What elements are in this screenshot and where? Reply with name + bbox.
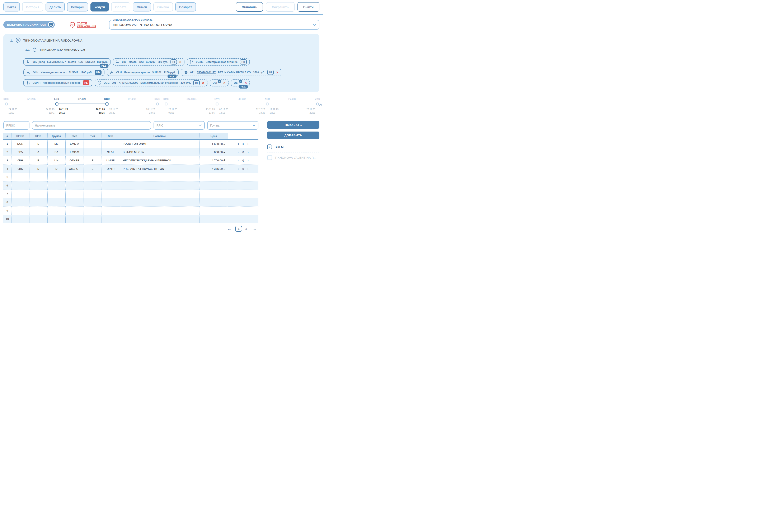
services-right-column: ПОКАЗАТЬ ДОБАВИТЬ ✓ВСЕМTIKHONOVA VALENTI… bbox=[267, 121, 319, 232]
cell-name bbox=[120, 206, 199, 215]
table-row: 30BHEUNOTHERFUMNRНЕСОПРОВОЖДАЕМЫЙ РЕБЕНО… bbox=[3, 156, 258, 165]
timeline-time: 12:00 bbox=[8, 111, 17, 115]
timeline-station-code: LED bbox=[54, 98, 59, 100]
table-row: 40BKDDЭМД-СТBDPTRPREPAID TKT ADVICE TKT … bbox=[3, 165, 258, 173]
page-numbers: 12 bbox=[235, 226, 249, 232]
decrement-icon[interactable]: ‹ bbox=[238, 167, 239, 171]
timeline-station-code: DME bbox=[163, 98, 169, 100]
tab-refund[interactable]: Возврат bbox=[175, 2, 196, 11]
insurance-services-link[interactable]: УСЛУГИ СТРАХОВАНИЯ bbox=[70, 22, 96, 28]
decrement-icon[interactable]: ‹ bbox=[238, 159, 239, 162]
service-chip[interactable]: 085Место12CSU1202800 руб.HI✕ bbox=[113, 58, 185, 65]
remove-service-icon[interactable]: ✕ bbox=[223, 81, 226, 85]
tab-order[interactable]: Заказ bbox=[3, 2, 20, 11]
cell-rfic bbox=[29, 173, 48, 181]
tab-services[interactable]: Услуги bbox=[90, 2, 109, 11]
status-badge-hi: HI bbox=[170, 59, 177, 64]
service-chip[interactable]: VGMLВегетарианское питаниеHK bbox=[187, 58, 250, 65]
edit-badge[interactable]: РЕД. bbox=[168, 75, 176, 78]
cell-type bbox=[84, 189, 102, 198]
cell-ssr: DPTR bbox=[102, 165, 120, 173]
service-chip[interactable]: OLHИнвалидное креслоSU56421200 руб.HD bbox=[23, 69, 105, 76]
service-chip-text: UMNR bbox=[33, 82, 40, 84]
increment-icon[interactable]: › bbox=[247, 150, 249, 154]
exit-button[interactable]: Выйти bbox=[298, 2, 319, 12]
checkbox-checked-icon[interactable]: ✓ bbox=[267, 145, 272, 149]
increment-icon[interactable]: › bbox=[247, 167, 249, 171]
apply-to-item[interactable]: ✓ВСЕМ bbox=[267, 145, 319, 149]
cell-name: PREPAID TKT ADVICE TKT ON bbox=[120, 165, 199, 173]
tab-remarks[interactable]: Ремарки bbox=[67, 2, 88, 11]
service-chip-text: OLH bbox=[33, 71, 38, 74]
edit-badge[interactable]: РЕД. bbox=[100, 64, 108, 68]
prev-page-arrow[interactable]: ← bbox=[227, 226, 232, 231]
tab-split[interactable]: Делить bbox=[46, 2, 65, 11]
increment-icon[interactable]: › bbox=[247, 142, 249, 146]
timeline-node[interactable] bbox=[156, 102, 159, 106]
timeline-node[interactable] bbox=[105, 102, 109, 106]
timeline-node[interactable] bbox=[316, 102, 319, 106]
timeline-node[interactable] bbox=[266, 102, 269, 106]
timeline-node[interactable] bbox=[165, 102, 168, 106]
timeline-node[interactable] bbox=[5, 102, 8, 106]
timeline-time: 23:55 bbox=[146, 111, 155, 115]
cell-price: 600.00 ₽ bbox=[199, 148, 228, 156]
service-chip[interactable]: UMNRНесопровождаемый ребенокHL bbox=[23, 79, 92, 86]
service-name-input[interactable] bbox=[32, 121, 151, 130]
service-chip[interactable]: OSIT✕РЕД. bbox=[231, 79, 250, 86]
cell-num: 10 bbox=[3, 215, 11, 223]
timeline-time: 18:25 bbox=[256, 111, 265, 115]
timeline-node[interactable] bbox=[216, 102, 219, 106]
t-badge: T bbox=[218, 80, 221, 83]
next-page-arrow[interactable]: → bbox=[253, 226, 257, 231]
cell-rfic bbox=[29, 189, 48, 198]
selected-passengers-label: ВЫБРАНО ПАССАЖИРОВ: bbox=[7, 23, 46, 26]
service-chip-text: OSI bbox=[234, 82, 239, 84]
timeline-node[interactable] bbox=[55, 102, 58, 106]
timeline-time: 13:55 bbox=[206, 111, 215, 115]
service-chip[interactable]: 0215556180061177PET IN CABIN UP TO 5 KG3… bbox=[181, 69, 281, 76]
tab-exchange[interactable]: Обмен bbox=[133, 2, 151, 11]
wheelchair-icon bbox=[110, 70, 114, 75]
show-button[interactable]: ПОКАЗАТЬ bbox=[267, 121, 319, 128]
remove-service-icon[interactable]: ✕ bbox=[179, 60, 182, 64]
document-link[interactable]: 5556180061177 bbox=[47, 61, 66, 63]
collapse-timeline-icon[interactable] bbox=[319, 103, 322, 107]
passenger-list-select[interactable]: СПИСОК ПАССАЖИРОВ В ЗАКАЗЕ TIKHONOVA VAL… bbox=[109, 20, 319, 30]
services-section: RFIC Группа #RFISCR bbox=[3, 121, 319, 232]
timeline-station-code: KGD bbox=[104, 98, 110, 100]
remove-service-icon[interactable]: ✕ bbox=[202, 81, 204, 85]
timeline-datetime: 29.11.2309:05 bbox=[166, 108, 177, 115]
document-link[interactable]: 5556180061177 bbox=[197, 71, 216, 74]
chevron-down-icon bbox=[199, 124, 202, 126]
refresh-button[interactable]: Обновить bbox=[236, 2, 263, 12]
add-button[interactable]: ДОБАВИТЬ bbox=[267, 131, 319, 139]
timeline-time: 20:20 bbox=[109, 111, 118, 115]
cell-rfic: D bbox=[29, 165, 48, 173]
page-2[interactable]: 2 bbox=[243, 226, 249, 231]
status-badge-hk: HK bbox=[240, 59, 247, 64]
decrement-icon[interactable]: ‹ bbox=[238, 142, 239, 146]
service-chip[interactable]: OBG001-TKPM-U1.002290Мультимодальная стр… bbox=[95, 79, 207, 86]
timeline-datetime: 25.11.2320:55 bbox=[306, 108, 317, 115]
document-link[interactable]: 001-TKPM-U1.002290 bbox=[112, 82, 138, 84]
cell-num: 6 bbox=[3, 181, 11, 189]
insurance-link-line2: СТРАХОВАНИЯ bbox=[77, 25, 96, 28]
remove-service-icon[interactable]: ✕ bbox=[245, 81, 247, 85]
services-table: #RFISCRFICГруппаEMDТипSSRНазваниеЦена 1D… bbox=[3, 133, 258, 223]
cell-ssr bbox=[102, 140, 120, 148]
cell-rfisc bbox=[11, 173, 29, 181]
increment-icon[interactable]: › bbox=[247, 159, 249, 162]
cell-counter bbox=[228, 189, 258, 198]
remove-service-icon[interactable]: ✕ bbox=[276, 71, 278, 74]
edit-badge[interactable]: РЕД. bbox=[239, 85, 248, 89]
decrement-icon[interactable]: ‹ bbox=[238, 150, 239, 154]
timeline-datetime: 24.11.2313:41 bbox=[46, 108, 57, 115]
group-select[interactable]: Группа bbox=[207, 121, 258, 130]
rfic-select[interactable]: RFIC bbox=[153, 121, 205, 130]
service-chip[interactable]: OSIT✕ bbox=[210, 79, 229, 86]
service-chip[interactable]: 085 (2шт.)5556180061177Место12CSU5642800… bbox=[23, 58, 111, 65]
rfisc-input[interactable] bbox=[3, 121, 29, 130]
page-1[interactable]: 1 bbox=[235, 226, 242, 232]
service-chip[interactable]: OLHИнвалидное креслоSU12021200 руб.РЕД. bbox=[107, 69, 178, 76]
